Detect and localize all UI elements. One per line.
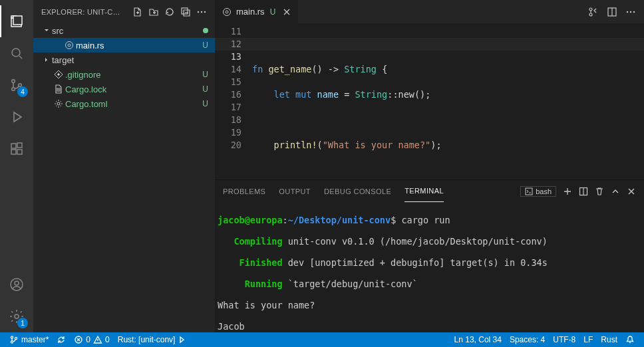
split-editor-icon[interactable] bbox=[607, 7, 617, 17]
panel-actions: bash bbox=[520, 186, 636, 197]
git-decor: U bbox=[202, 84, 208, 94]
tree-file-main-rs[interactable]: main.rs U bbox=[33, 38, 215, 53]
bottom-panel: Problems Output Debug Console Terminal b… bbox=[215, 179, 644, 332]
svg-point-18 bbox=[68, 44, 71, 47]
svg-point-22 bbox=[226, 11, 228, 13]
tree-file-cargo-lock[interactable]: Cargo.lock U bbox=[33, 82, 215, 96]
explorer-icon[interactable] bbox=[0, 5, 33, 37]
svg-point-28 bbox=[633, 11, 635, 12]
code-line: let mut name = String::new(); bbox=[252, 88, 615, 101]
panel-tabs: Problems Output Debug Console Terminal b… bbox=[215, 180, 644, 202]
svg-point-3 bbox=[12, 80, 15, 83]
chevron-down-icon bbox=[41, 27, 52, 35]
svg-rect-9 bbox=[17, 143, 22, 148]
svg-point-17 bbox=[66, 42, 73, 49]
sidebar-header: EXPLORER: UNIT-C… bbox=[33, 0, 215, 23]
status-indentation[interactable]: Spaces: 4 bbox=[506, 335, 549, 344]
status-branch[interactable]: master* bbox=[5, 332, 53, 347]
tree-file-cargo-toml[interactable]: Cargo.toml U bbox=[33, 96, 215, 111]
code-area[interactable]: fn get_name() -> String { let mut name =… bbox=[252, 23, 615, 179]
terminal-line: What is your name? bbox=[218, 300, 636, 310]
svg-point-4 bbox=[12, 88, 15, 91]
tree-label: Cargo.lock bbox=[65, 84, 200, 94]
line-gutter: 11 12 13 14 15 16 17 18 19 20 bbox=[215, 23, 252, 179]
svg-rect-1 bbox=[13, 16, 22, 25]
terminal-line: Jacob bbox=[218, 321, 636, 332]
compare-changes-icon[interactable] bbox=[588, 7, 599, 17]
status-sync[interactable] bbox=[53, 332, 70, 347]
more-icon[interactable] bbox=[196, 7, 207, 17]
search-icon[interactable] bbox=[0, 37, 33, 69]
status-notifications-icon[interactable] bbox=[621, 335, 639, 344]
new-folder-icon[interactable] bbox=[148, 7, 159, 17]
terminal-line: Finished dev [unoptimized + debuginfo] t… bbox=[218, 257, 636, 268]
terminal-line: Running `target/debug/unit-conv` bbox=[218, 279, 636, 289]
svg-rect-7 bbox=[11, 150, 16, 154]
more-icon[interactable] bbox=[625, 7, 636, 17]
terminal-shell-dropdown[interactable]: bash bbox=[520, 186, 556, 197]
app-root: 4 1 EXPLORER: UNIT-C… bbox=[0, 0, 644, 347]
svg-point-12 bbox=[15, 314, 19, 318]
git-decor: U bbox=[202, 99, 208, 108]
status-rust-project[interactable]: Rust: [unit-conv] bbox=[114, 332, 190, 347]
git-decor: U bbox=[202, 70, 208, 79]
collapse-all-icon[interactable] bbox=[180, 7, 191, 17]
sidebar-title: EXPLORER: UNIT-C… bbox=[41, 8, 120, 16]
tree-folder-src[interactable]: src bbox=[33, 23, 215, 38]
tree-label: target bbox=[52, 55, 208, 65]
svg-point-20 bbox=[57, 102, 60, 105]
status-encoding[interactable]: UTF-8 bbox=[549, 335, 579, 344]
status-eol[interactable]: LF bbox=[579, 335, 597, 344]
modified-dot-icon bbox=[203, 28, 208, 33]
code-editor[interactable]: 11 12 13 14 15 16 17 18 19 20 fn get_nam… bbox=[215, 23, 644, 179]
sidebar-explorer: EXPLORER: UNIT-C… src bbox=[33, 0, 215, 332]
svg-point-14 bbox=[198, 11, 199, 12]
code-line bbox=[252, 38, 615, 51]
scm-icon[interactable]: 4 bbox=[0, 69, 33, 101]
editor-group: main.rs U 11 12 13 14 15 1 bbox=[215, 0, 644, 332]
panel-tab-terminal[interactable]: Terminal bbox=[404, 180, 444, 202]
svg-point-15 bbox=[201, 11, 202, 12]
status-language[interactable]: Rust bbox=[597, 335, 621, 344]
new-terminal-icon[interactable] bbox=[563, 187, 572, 196]
svg-rect-8 bbox=[17, 150, 22, 154]
tree-label: .gitignore bbox=[65, 70, 200, 80]
split-terminal-icon[interactable] bbox=[579, 187, 588, 196]
maximize-panel-icon[interactable] bbox=[611, 187, 620, 196]
editor-tabs: main.rs U bbox=[215, 0, 644, 23]
tree-label: main.rs bbox=[76, 41, 200, 51]
tab-git-status: U bbox=[270, 7, 276, 17]
close-icon[interactable] bbox=[282, 7, 291, 17]
panel-tab-debug-console[interactable]: Debug Console bbox=[324, 180, 391, 202]
code-line: fn get_name() -> String { bbox=[252, 63, 615, 76]
panel-tab-output[interactable]: Output bbox=[279, 180, 311, 202]
panel-tab-problems[interactable]: Problems bbox=[223, 180, 265, 202]
settings-badge: 1 bbox=[17, 318, 28, 328]
svg-point-32 bbox=[11, 341, 13, 343]
extensions-icon[interactable] bbox=[0, 133, 33, 165]
status-cursor-position[interactable]: Ln 13, Col 34 bbox=[450, 335, 506, 344]
refresh-icon[interactable] bbox=[164, 7, 175, 17]
tree-file-gitignore[interactable]: .gitignore U bbox=[33, 67, 215, 82]
rust-file-icon bbox=[222, 7, 232, 17]
accounts-icon[interactable] bbox=[0, 269, 33, 300]
editor-tab-actions bbox=[588, 7, 644, 17]
svg-point-31 bbox=[11, 336, 13, 338]
tree-folder-target[interactable]: target bbox=[33, 53, 215, 67]
debug-icon[interactable] bbox=[0, 101, 33, 133]
status-problems[interactable]: 0 0 bbox=[70, 332, 113, 347]
new-file-icon[interactable] bbox=[132, 7, 143, 17]
svg-point-23 bbox=[589, 8, 592, 11]
close-panel-icon[interactable] bbox=[627, 187, 636, 196]
terminal-line: Compiling unit-conv v0.1.0 (/home/jacob/… bbox=[218, 236, 636, 247]
settings-icon[interactable]: 1 bbox=[0, 300, 33, 332]
kill-terminal-icon[interactable] bbox=[595, 187, 604, 196]
status-bar: master* 0 0 Rust: [unit-conv] Ln 13, Col… bbox=[0, 332, 644, 347]
svg-point-16 bbox=[204, 11, 206, 12]
sidebar-actions bbox=[132, 7, 207, 17]
git-file-icon bbox=[52, 70, 65, 79]
terminal-line: jacob@europa:~/Desktop/unit-conv$ cargo … bbox=[218, 215, 636, 225]
terminal[interactable]: jacob@europa:~/Desktop/unit-conv$ cargo … bbox=[215, 202, 644, 332]
git-decor: U bbox=[202, 41, 208, 50]
tab-main-rs[interactable]: main.rs U bbox=[215, 0, 298, 23]
